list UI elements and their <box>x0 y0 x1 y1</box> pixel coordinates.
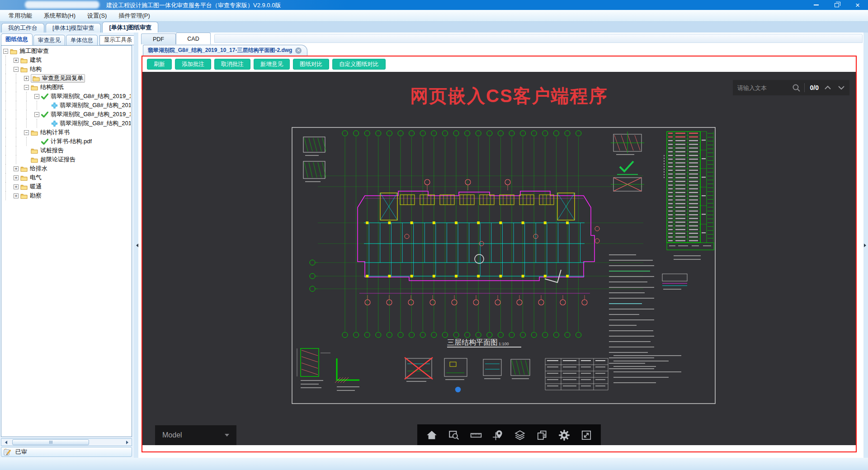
tree-item[interactable]: −结构 <box>2 65 131 74</box>
search-prev-button[interactable] <box>824 85 831 90</box>
cad-toolbar-button-0[interactable]: 刷新 <box>147 59 172 70</box>
cad-toolbar-button-2[interactable]: 取消批注 <box>214 59 250 70</box>
search-icon[interactable] <box>792 84 801 92</box>
viewer-tool-fullscreen-icon[interactable] <box>579 428 594 443</box>
left-panel-collapse-strip[interactable] <box>134 33 138 458</box>
tree-item-label: 计算书-结构.pdf <box>51 137 92 146</box>
chevron-down-icon <box>225 434 229 439</box>
menu-item-1[interactable]: 系统帮助(H) <box>38 10 81 21</box>
tree-item[interactable]: 试桩报告 <box>2 146 131 155</box>
tree-expander-minus[interactable]: − <box>24 85 29 90</box>
status-label: 已审 <box>15 448 27 456</box>
viewer-mode-tab-cad[interactable]: CAD <box>176 33 211 44</box>
tree-item-label: 翡翠湖别院_G8#_结构_2019_10_1 <box>60 101 131 109</box>
tree-item[interactable]: +审查意见回复单 <box>2 74 131 83</box>
search-input[interactable] <box>737 85 788 91</box>
tree-item[interactable]: −结构计算书 <box>2 128 131 137</box>
tree-expander-minus[interactable]: − <box>14 67 19 72</box>
tree-expander-plus[interactable]: + <box>14 166 19 171</box>
main-tab-1[interactable]: [单体1]模型审查 <box>46 23 101 33</box>
toolbar-select-label[interactable]: 显示工具条 <box>99 35 137 45</box>
menu-item-0[interactable]: 常用功能 <box>3 10 38 21</box>
panel-tab-1[interactable]: 审查意见 <box>33 35 65 45</box>
tree-item[interactable]: −翡翠湖别院_G8#_结构_2019_10_17- <box>2 92 131 101</box>
panel-tab-0[interactable]: 图纸信息 <box>1 33 33 45</box>
status-bar: 已审 <box>1 447 132 457</box>
tree-horizontal-scrollbar[interactable] <box>1 438 132 446</box>
tree-item[interactable]: +电气 <box>2 173 131 182</box>
plus-icon <box>52 103 57 108</box>
scroll-right-button[interactable] <box>124 439 132 446</box>
cad-toolbar-button-4[interactable]: 图纸对比 <box>293 59 329 70</box>
viewer-tool-layers-icon[interactable] <box>512 428 528 443</box>
tree-item[interactable]: 翡翠湖别院_G8#_结构_2019_10_1 <box>2 101 131 110</box>
cad-toolbar-button-3[interactable]: 新增意见 <box>254 59 290 70</box>
viewer-tool-measure-icon[interactable] <box>468 428 484 443</box>
minimize-button[interactable] <box>806 0 826 10</box>
tree-item-label: 结构图纸 <box>40 83 64 91</box>
tree-item[interactable]: +暖通 <box>2 182 131 191</box>
folder-icon <box>31 85 38 90</box>
tree-expander-minus[interactable]: − <box>3 49 8 54</box>
overlay-watermark-text: 网页嵌入CS客户端程序 <box>410 84 608 108</box>
tree-item[interactable]: −结构图纸 <box>2 83 131 92</box>
cad-toolbar-button-1[interactable]: 添加批注 <box>175 59 211 70</box>
tree-item-label: 翡翠湖别院_G8#_结构_2019_10_17- <box>51 92 131 100</box>
left-panel: 图纸信息审查意见单体信息显示工具条 −施工图审查+建筑−结构+审查意见回复单−结… <box>0 33 134 458</box>
tree-item[interactable]: +给排水 <box>2 164 131 173</box>
app-logo <box>25 1 99 9</box>
scroll-left-button[interactable] <box>1 439 9 446</box>
folder-icon <box>20 66 28 72</box>
tree-expander-plus[interactable]: + <box>14 184 19 189</box>
tree-item[interactable]: +建筑 <box>2 56 131 65</box>
menu-item-3[interactable]: 插件管理(P) <box>113 10 156 21</box>
folder-icon <box>20 193 28 199</box>
file-tab[interactable]: 翡翠湖别院_G8#_结构_2019_10_17-三层结构平面图-2.dwg ✕ <box>143 45 307 56</box>
viewer-tool-home-icon[interactable] <box>424 428 439 443</box>
folder-icon <box>33 75 40 81</box>
panel-tab-bar: 图纸信息审查意见单体信息显示工具条 <box>1 33 133 45</box>
tree-expander-plus[interactable]: + <box>14 58 19 63</box>
tree-item[interactable]: −施工图审查 <box>2 47 131 56</box>
close-button[interactable]: × <box>847 0 868 10</box>
cad-viewport[interactable]: 网页嵌入CS客户端程序 0/0 <box>142 72 856 445</box>
tree-expander-plus[interactable]: + <box>14 175 19 180</box>
layout-model-select[interactable]: Model <box>155 425 236 445</box>
restore-button[interactable] <box>826 0 847 10</box>
viewer-tool-locate-icon[interactable] <box>491 428 506 443</box>
search-counter: 0/0 <box>808 84 821 91</box>
tree-item-label: 结构 <box>30 65 42 73</box>
tree-expander-minus[interactable]: − <box>34 94 39 99</box>
main-tab-2[interactable]: [单体1]图纸审查 <box>102 22 158 33</box>
scrollbar-track[interactable] <box>9 439 124 446</box>
window-bottom-frame <box>0 458 868 470</box>
viewer-bottom-toolbar <box>417 424 601 445</box>
viewer-tool-zoom-window-icon[interactable] <box>446 428 462 443</box>
tree-item[interactable]: 翡翠湖别院_G8#_结构_2019_10_1 <box>2 119 131 128</box>
tree-expander-minus[interactable]: − <box>34 112 39 117</box>
tree-item[interactable]: 计算书-结构.pdf <box>2 137 131 146</box>
close-icon: × <box>855 1 860 9</box>
collapse-right-icon <box>864 244 868 247</box>
viewer-tool-settings-icon[interactable] <box>557 428 572 443</box>
right-panel-collapse-strip[interactable] <box>863 33 868 458</box>
cad-toolbar-button-5[interactable]: 自定义图纸对比 <box>332 59 386 70</box>
window-title: 建设工程设计施工图一体化审查服务平台（审查专家版）V2.9.0.0版 <box>106 1 281 9</box>
plus-icon <box>52 121 57 127</box>
tree-expander-plus[interactable]: + <box>14 193 19 198</box>
scrollbar-thumb[interactable] <box>12 439 89 445</box>
tree-item[interactable]: 超限论证报告 <box>2 155 131 164</box>
tree-expander-minus[interactable]: − <box>24 130 29 135</box>
tree-item[interactable]: +勘察 <box>2 191 131 200</box>
search-next-button[interactable] <box>838 85 845 90</box>
main-tab-0[interactable]: 我的工作台 <box>1 23 44 33</box>
check-icon <box>41 94 48 99</box>
menu-item-2[interactable]: 设置(S) <box>81 10 113 21</box>
file-tab-close-icon[interactable]: ✕ <box>295 47 302 54</box>
tree-item[interactable]: −翡翠湖别院_G8#_结构_2019_10_17- <box>2 110 131 119</box>
panel-tab-2[interactable]: 单体信息 <box>66 35 98 45</box>
viewer-mode-tab-pdf[interactable]: PDF <box>141 33 176 44</box>
viewer-tool-viewports-icon[interactable] <box>534 428 550 443</box>
cad-canvas[interactable]: 三层结构平面图 1:100 <box>292 127 716 404</box>
tree-expander-plus[interactable]: + <box>24 76 29 81</box>
